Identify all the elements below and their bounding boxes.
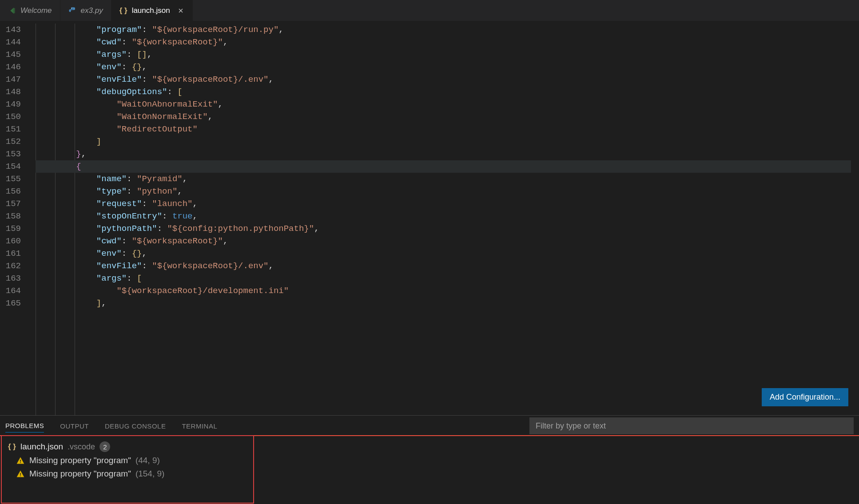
problem-location: (154, 9) bbox=[135, 469, 164, 479]
panel-tab-problems[interactable]: PROBLEMS bbox=[5, 419, 44, 433]
vscode-icon bbox=[8, 7, 16, 15]
tab-ex3[interactable]: ex3.py bbox=[60, 0, 111, 21]
tab-label: launch.json bbox=[132, 6, 170, 15]
code-content[interactable]: "program": "${workspaceRoot}/run.py", "c… bbox=[24, 21, 851, 415]
panel-tabs: PROBLEMS OUTPUT DEBUG CONSOLE TERMINAL bbox=[0, 416, 859, 436]
line-gutter: 1431441451461471481491501511521531541551… bbox=[0, 21, 24, 415]
warning-icon bbox=[16, 456, 25, 465]
tab-welcome[interactable]: Welcome bbox=[0, 0, 60, 21]
problem-file-name: launch.json bbox=[20, 442, 63, 452]
python-icon bbox=[68, 7, 76, 15]
problem-file-row[interactable]: { } launch.json .vscode 2 bbox=[5, 440, 854, 454]
problem-message: Missing property "program" bbox=[29, 456, 131, 465]
braces-icon: { } bbox=[119, 7, 127, 15]
scrollbar[interactable] bbox=[851, 21, 859, 415]
problem-item[interactable]: Missing property "program" (44, 9) bbox=[5, 454, 854, 467]
problems-filter-input[interactable] bbox=[529, 417, 854, 434]
problem-message: Missing property "program" bbox=[29, 469, 131, 479]
add-configuration-button[interactable]: Add Configuration... bbox=[762, 388, 848, 406]
tab-launch-json[interactable]: { } launch.json bbox=[111, 0, 193, 21]
problem-count-badge: 2 bbox=[99, 441, 110, 452]
tab-label: ex3.py bbox=[81, 6, 103, 15]
svg-rect-3 bbox=[20, 473, 21, 475]
panel-tab-output[interactable]: OUTPUT bbox=[60, 420, 89, 433]
svg-rect-1 bbox=[20, 460, 21, 461]
problem-location: (44, 9) bbox=[135, 456, 160, 465]
braces-icon: { } bbox=[8, 442, 16, 451]
svg-rect-2 bbox=[20, 462, 21, 463]
svg-point-0 bbox=[71, 8, 72, 8]
bottom-panel: PROBLEMS OUTPUT DEBUG CONSOLE TERMINAL {… bbox=[0, 415, 859, 504]
panel-tab-terminal[interactable]: TERMINAL bbox=[182, 420, 217, 433]
warning-icon bbox=[16, 469, 25, 478]
editor-tabs: Welcome ex3.py { } launch.json bbox=[0, 0, 859, 21]
svg-rect-4 bbox=[20, 476, 21, 476]
problem-file-folder: .vscode bbox=[68, 442, 95, 452]
code-editor[interactable]: 1431441451461471481491501511521531541551… bbox=[0, 21, 859, 415]
panel-tab-debug-console[interactable]: DEBUG CONSOLE bbox=[105, 420, 166, 433]
tab-label: Welcome bbox=[20, 6, 52, 15]
problem-item[interactable]: Missing property "program" (154, 9) bbox=[5, 467, 854, 480]
problems-list: { } launch.json .vscode 2 Missing proper… bbox=[0, 435, 859, 504]
close-icon[interactable] bbox=[177, 7, 184, 14]
